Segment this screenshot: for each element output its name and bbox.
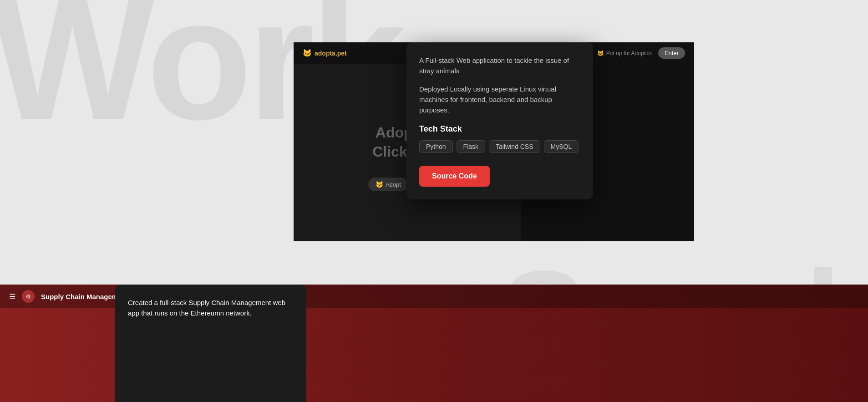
tech-badge-tailwind: Tailwind CSS [489,140,540,153]
popup-description: A Full-stack Web application to tackle t… [419,55,580,115]
nav-logo-text: adopta.pet [315,50,347,57]
supply-logo-icon: ⚙ [22,290,35,303]
tech-stack-title: Tech Stack [419,124,580,134]
paw-icon: 🐱 [303,49,312,57]
description-line1: A Full-stack Web application to tackle t… [419,55,580,76]
source-code-button[interactable]: Source Code [419,166,490,187]
adopt-label: Adopt [386,181,401,188]
nav-logo: 🐱 adopta.pet [303,49,347,57]
supply-text-highlight-word: Ethereumn [191,309,224,317]
adoption-text: Put up for Adoption [606,50,653,56]
tech-badge-flask: Flask [457,140,485,153]
adopt-button[interactable]: 🐱 Adopt [368,178,408,191]
menu-icon: ☰ [9,292,15,301]
popup-card: A Full-stack Web application to tackle t… [406,42,593,199]
description-line2: Deployed Locally using seperate Linux vi… [419,84,580,116]
tech-badge-python: Python [419,140,453,153]
tech-badge-mysql: MySQL [544,140,579,153]
supply-popup-text: Created a full-stack Supply Chain Manage… [128,297,294,319]
supply-popup-card: Created a full-stack Supply Chain Manage… [115,285,306,402]
enter-button[interactable]: Enter [658,47,685,59]
cat-icon: 🐱 [376,181,383,188]
adoption-icon: 🐱 [597,50,604,56]
tech-stack-badges: Python Flask Tailwind CSS MySQL [419,140,580,153]
nav-right: 🐱 Put up for Adoption Enter [597,47,685,59]
adoption-link: 🐱 Put up for Adoption [597,50,653,56]
supply-text-suffix-word: network. [226,309,252,317]
